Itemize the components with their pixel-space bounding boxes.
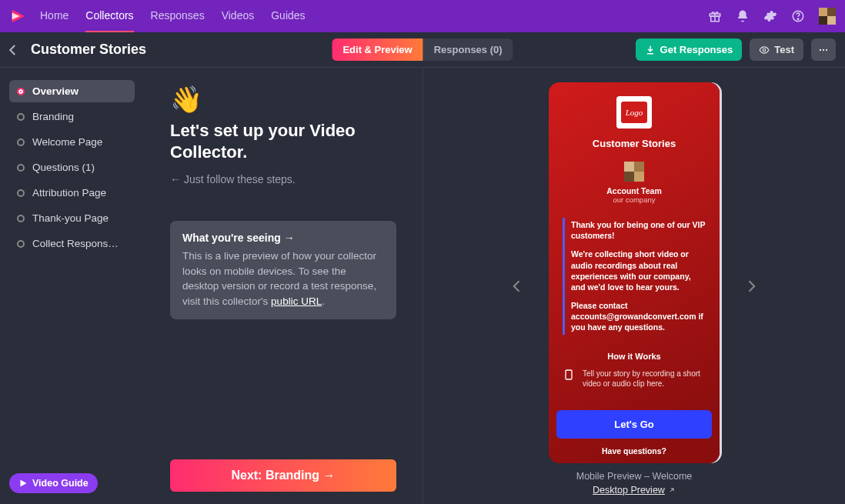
- step-label: Questions (1): [32, 162, 95, 173]
- step-overview[interactable]: Overview: [9, 80, 135, 102]
- top-nav: Home Collectors Responses Videos Guides: [40, 0, 306, 33]
- svg-marker-11: [21, 480, 27, 487]
- mobile-preview: Logo Customer Stories Account Team our c…: [549, 82, 720, 463]
- nav-home[interactable]: Home: [40, 0, 68, 33]
- desktop-preview-label: Desktop Preview: [593, 485, 665, 496]
- desktop-preview-link[interactable]: Desktop Preview: [593, 485, 676, 496]
- step-questions[interactable]: Questions (1): [9, 156, 135, 179]
- video-guide-button[interactable]: Video Guide: [9, 473, 98, 493]
- get-responses-label: Get Responses: [660, 44, 733, 55]
- step-label: Welcome Page: [32, 136, 102, 148]
- preview-msg-2: We're collecting short video or audio re…: [571, 249, 706, 292]
- step-branding[interactable]: Branding: [9, 105, 135, 128]
- sub-step: ←Just follow these steps.: [170, 173, 396, 185]
- more-button[interactable]: [811, 38, 836, 61]
- preview-have-questions[interactable]: Have questions?: [556, 446, 712, 456]
- page-headline: Let's set up your Video Collector.: [170, 120, 396, 162]
- pill-responses[interactable]: Responses (0): [423, 38, 513, 61]
- info-card-body: This is a live preview of how your colle…: [182, 249, 384, 309]
- preview-logo-text: Logo: [621, 102, 647, 123]
- preview-title: Customer Stories: [593, 138, 676, 149]
- step-label: Collect Respons…: [32, 238, 119, 249]
- svg-point-9: [823, 48, 824, 50]
- app-logo[interactable]: [9, 8, 26, 25]
- device-icon: [563, 369, 575, 389]
- preview-msg-1: Thank you for being one of our VIP custo…: [571, 219, 706, 241]
- step-welcome-page[interactable]: Welcome Page: [9, 131, 135, 153]
- collector-title: Customer Stories: [31, 42, 146, 58]
- preview-logo: Logo: [616, 96, 652, 129]
- nav-responses[interactable]: Responses: [151, 0, 205, 33]
- preview-caption: Mobile Preview – Welcome: [576, 471, 693, 482]
- step-label: Branding: [32, 111, 74, 122]
- preview-team-name: Account Team: [606, 186, 662, 195]
- gift-icon[interactable]: [708, 9, 722, 23]
- svg-point-6: [797, 18, 799, 20]
- preview-team-avatar: [624, 162, 644, 182]
- nav-videos[interactable]: Videos: [222, 0, 255, 33]
- mode-toggle: Edit & Preview Responses (0): [332, 38, 513, 61]
- preview-how-text: Tell your story by recording a short vid…: [583, 369, 706, 389]
- svg-point-8: [820, 48, 821, 50]
- back-chevron-icon[interactable]: [6, 43, 20, 57]
- bell-icon[interactable]: [736, 9, 750, 23]
- steps-list: Overview Branding Welcome Page Questions…: [9, 80, 135, 255]
- preview-next-icon[interactable]: [742, 277, 760, 295]
- step-label: Attribution Page: [32, 187, 106, 199]
- preview-team-sub: our company: [613, 195, 656, 204]
- wave-emoji: 👋: [170, 86, 396, 112]
- next-branding-button[interactable]: Next: Branding →: [170, 459, 396, 492]
- gear-icon[interactable]: [763, 9, 777, 23]
- svg-rect-12: [566, 370, 572, 379]
- step-attribution[interactable]: Attribution Page: [9, 182, 135, 204]
- public-url-link[interactable]: public URL: [271, 295, 322, 307]
- step-label: Overview: [32, 85, 78, 97]
- help-icon[interactable]: [791, 9, 805, 23]
- video-guide-label: Video Guide: [32, 478, 89, 489]
- preview-how-it-works: How it Works: [607, 352, 660, 361]
- preview-prev-icon[interactable]: [508, 277, 526, 295]
- nav-collectors[interactable]: Collectors: [85, 0, 133, 33]
- svg-point-7: [763, 48, 766, 52]
- pill-edit-preview[interactable]: Edit & Preview: [332, 38, 422, 61]
- user-avatar[interactable]: [819, 8, 836, 25]
- test-button[interactable]: Test: [750, 38, 803, 61]
- preview-how-row: Tell your story by recording a short vid…: [563, 369, 706, 389]
- step-collect[interactable]: Collect Respons…: [9, 232, 135, 255]
- preview-message: Thank you for being one of our VIP custo…: [563, 218, 706, 335]
- info-card: What you're seeing → This is a live prev…: [170, 221, 396, 319]
- preview-msg-3: Please contact accounts@growandconvert.c…: [571, 300, 706, 333]
- sub-step-text: Just follow these steps.: [184, 173, 296, 185]
- test-label: Test: [774, 44, 794, 55]
- svg-point-10: [826, 48, 827, 50]
- get-responses-button[interactable]: Get Responses: [636, 38, 743, 61]
- info-card-body-suffix: .: [322, 295, 325, 307]
- info-card-title: What you're seeing →: [182, 232, 384, 244]
- nav-guides[interactable]: Guides: [271, 0, 305, 33]
- preview-lets-go-button[interactable]: Let's Go: [556, 410, 712, 439]
- step-thank-you[interactable]: Thank-you Page: [9, 207, 135, 229]
- step-label: Thank-you Page: [32, 212, 109, 224]
